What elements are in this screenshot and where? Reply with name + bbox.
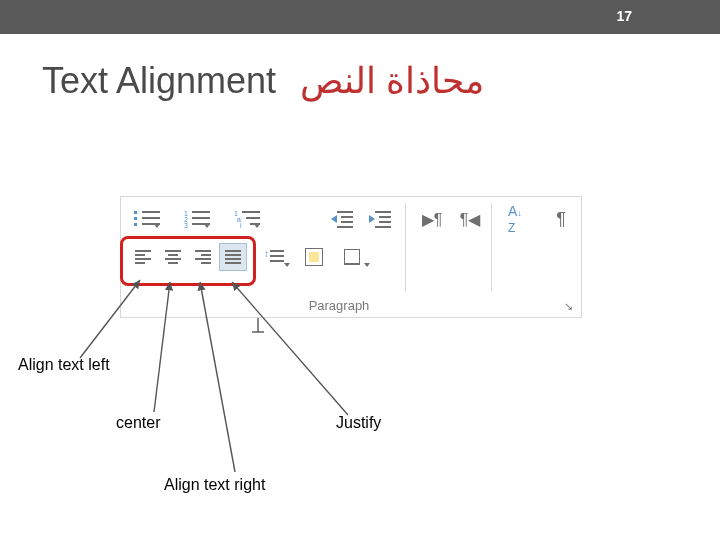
align-center-button[interactable] bbox=[159, 243, 187, 271]
numbering-icon: 1 2 3 bbox=[184, 210, 210, 228]
sort-icon: A↓Z bbox=[508, 203, 522, 235]
align-right-button[interactable] bbox=[189, 243, 217, 271]
text-direction-row: ▶¶ ¶◀ bbox=[417, 205, 485, 233]
shading-icon bbox=[305, 248, 323, 266]
align-right-icon bbox=[195, 250, 211, 264]
ribbon-group-label: Paragraph bbox=[121, 298, 557, 313]
multilevel-list-icon: 1 a i bbox=[234, 210, 260, 228]
bullets-icon bbox=[134, 210, 160, 228]
line-spacing-icon: ↕ bbox=[264, 249, 284, 265]
numbering-button[interactable]: 1 2 3 bbox=[179, 205, 215, 233]
bullets-button[interactable] bbox=[129, 205, 165, 233]
tail-row: A↓Z ¶ bbox=[501, 205, 575, 233]
sort-button[interactable]: A↓Z bbox=[501, 205, 529, 233]
align-center-icon bbox=[165, 250, 181, 264]
rtl-direction-icon: ¶◀ bbox=[460, 210, 481, 229]
ltr-direction-button[interactable]: ▶¶ bbox=[417, 205, 447, 233]
justify-icon bbox=[225, 250, 241, 264]
decrease-indent-button[interactable] bbox=[327, 205, 357, 233]
callout-align-left: Align text left bbox=[18, 356, 110, 374]
lists-row: 1 2 3 1 a i bbox=[129, 205, 265, 233]
ltr-direction-icon: ▶¶ bbox=[422, 210, 443, 229]
page-number: 17 bbox=[616, 8, 632, 24]
borders-icon bbox=[344, 249, 360, 265]
indent-row bbox=[327, 205, 395, 233]
multilevel-list-button[interactable]: 1 a i bbox=[229, 205, 265, 233]
align-left-icon bbox=[135, 250, 151, 264]
justify-button[interactable] bbox=[219, 243, 247, 271]
alignment-row: ↕ bbox=[129, 243, 367, 273]
paragraph-ribbon-group: 1 2 3 1 a i bbox=[120, 196, 582, 318]
callout-align-right: Align text right bbox=[164, 476, 265, 494]
increase-indent-icon bbox=[369, 211, 391, 227]
borders-button[interactable] bbox=[337, 243, 367, 271]
shading-button[interactable] bbox=[299, 243, 329, 271]
show-marks-button[interactable]: ¶ bbox=[547, 205, 575, 233]
rtl-direction-button[interactable]: ¶◀ bbox=[455, 205, 485, 233]
dialog-launcher-button[interactable]: ↘ bbox=[561, 299, 575, 313]
increase-indent-button[interactable] bbox=[365, 205, 395, 233]
header-band bbox=[0, 0, 720, 34]
pilcrow-icon: ¶ bbox=[556, 209, 566, 230]
dialog-launcher-icon: ↘ bbox=[564, 300, 573, 313]
line-spacing-button[interactable]: ↕ bbox=[257, 243, 291, 271]
align-left-button[interactable] bbox=[129, 243, 157, 271]
slide-title-en: Text Alignment bbox=[42, 60, 276, 102]
decrease-indent-icon bbox=[331, 211, 353, 227]
slide-title-ar: محاذاة النص bbox=[300, 60, 484, 102]
callout-justify: Justify bbox=[336, 414, 381, 432]
callout-center: center bbox=[116, 414, 160, 432]
